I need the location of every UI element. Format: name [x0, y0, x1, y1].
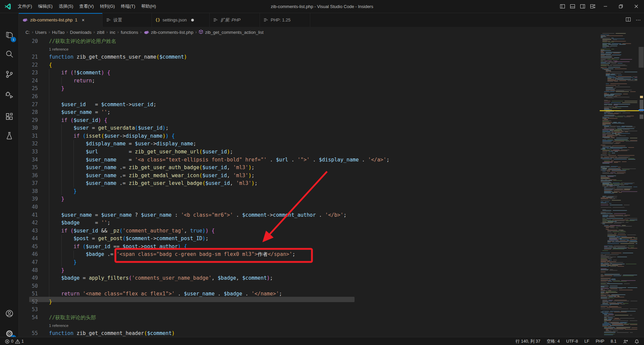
line-number[interactable]: 26 — [19, 93, 38, 101]
code-row[interactable]: 1 reference — [19, 322, 644, 330]
code-row[interactable]: 1 reference — [19, 46, 644, 54]
code-row[interactable]: 26 — [19, 93, 644, 101]
split-editor-icon[interactable] — [626, 17, 631, 23]
code-row[interactable]: 34 $user_name = '<a class="text-ellipsis… — [19, 156, 644, 164]
line-number[interactable]: 35 — [19, 164, 38, 172]
breadcrumb-segment[interactable]: functions — [121, 30, 138, 35]
customize-layout-icon[interactable] — [588, 0, 598, 13]
line-number[interactable]: 49 — [19, 274, 38, 282]
code-row[interactable]: 41 $user_name = $user_name ? $user_name … — [19, 211, 644, 219]
code-row[interactable]: 45 if ($user_id == $post->post_author) { — [19, 243, 644, 251]
line-number[interactable]: 36 — [19, 172, 38, 180]
code-row[interactable]: 47 } — [19, 259, 644, 267]
line-number[interactable]: 55 — [19, 330, 38, 337]
menu-item-1[interactable]: 编辑(E) — [35, 0, 56, 13]
line-number[interactable]: 37 — [19, 180, 38, 188]
code-row[interactable]: 23 if (!$comment) { — [19, 69, 644, 77]
line-number[interactable]: 30 — [19, 124, 38, 132]
code-editor[interactable]: 20//获取主评论的评论用户姓名1 reference21function zi… — [19, 38, 644, 337]
status-indentation[interactable]: 空格: 4 — [547, 339, 560, 344]
breadcrumb-segment[interactable]: Users — [35, 30, 47, 35]
code-row[interactable]: 22{ — [19, 61, 644, 69]
minimize-button[interactable] — [598, 0, 613, 13]
line-number[interactable]: 48 — [19, 267, 38, 275]
activity-run-debug[interactable] — [0, 87, 18, 104]
line-number[interactable]: 39 — [19, 195, 38, 203]
status-language-mode[interactable]: PHP — [596, 339, 604, 344]
breadcrumb-file[interactable]: zib-comments-list.php — [151, 30, 193, 35]
codelens-reference[interactable]: 1 reference — [49, 324, 68, 328]
line-number[interactable]: 22 — [19, 61, 38, 69]
tab-settings.json[interactable]: {}settings.json — [152, 13, 210, 27]
activity-account[interactable] — [0, 305, 18, 322]
code-row[interactable]: 25 } — [19, 85, 644, 93]
tab--PHP[interactable]: 扩展: PHP — [210, 13, 260, 27]
code-row[interactable]: 29 if ($user_id) { — [19, 117, 644, 125]
status-errors[interactable]: 0 — [5, 339, 13, 344]
toggle-panel-icon[interactable] — [568, 0, 578, 13]
code-row[interactable]: 42 $badge = ''; — [19, 219, 644, 227]
code-row[interactable]: 35 $user_name .= zib_get_user_auth_badge… — [19, 164, 644, 172]
breadcrumb-segment[interactable]: inc — [110, 30, 115, 35]
activity-testing[interactable] — [0, 128, 18, 144]
line-number[interactable]: 45 — [19, 243, 38, 251]
line-number[interactable]: 31 — [19, 132, 38, 140]
menu-item-0[interactable]: 文件(F) — [15, 0, 35, 13]
breadcrumb-symbol[interactable]: zib_get_comments_action_list — [205, 30, 263, 35]
code-row[interactable]: 55function zib_get_comment_header($comme… — [19, 330, 644, 337]
menu-item-3[interactable]: 查看(V) — [76, 0, 97, 13]
breadcrumb-segment[interactable]: Downloads — [70, 30, 92, 35]
code-row[interactable]: 36 $user_name .= zib_get_medal_wear_icon… — [19, 172, 644, 180]
line-number[interactable]: 20 — [19, 38, 38, 46]
line-number[interactable]: 44 — [19, 235, 38, 243]
line-number[interactable]: 27 — [19, 101, 38, 109]
line-number[interactable]: 47 — [19, 259, 38, 267]
toggle-secondary-sidebar-icon[interactable] — [578, 0, 588, 13]
code-row[interactable]: 32 $display_name = $user->display_name; — [19, 140, 644, 148]
problems-status[interactable]: 01 — [0, 339, 24, 344]
line-number[interactable]: 54 — [19, 314, 38, 322]
code-row[interactable]: 50 — [19, 282, 644, 290]
code-row[interactable]: 46 $badge .= '<span class="badg c-green … — [19, 251, 644, 259]
line-number[interactable]: 38 — [19, 188, 38, 196]
code-row[interactable]: 48 } — [19, 267, 644, 275]
status-cursor-position[interactable]: 行 140, 列 37 — [516, 339, 540, 344]
codelens-reference[interactable]: 1 reference — [49, 47, 68, 51]
code-row[interactable]: 39 } — [19, 195, 644, 203]
code-row[interactable]: 27 $user_id = $comment->user_id; — [19, 101, 644, 109]
line-number[interactable]: 53 — [19, 306, 38, 314]
activity-search[interactable] — [0, 46, 18, 62]
line-number[interactable]: 24 — [19, 77, 38, 85]
code-row[interactable]: 28 $user_name = ''; — [19, 109, 644, 117]
code-row[interactable]: 53 — [19, 306, 644, 314]
line-number[interactable]: 23 — [19, 69, 38, 77]
code-row[interactable]: 20//获取主评论的评论用户姓名 — [19, 38, 644, 46]
activity-explorer[interactable]: 1 — [0, 27, 18, 44]
code-row[interactable]: 37 $user_name .= zib_get_user_level_badg… — [19, 180, 644, 188]
menu-item-6[interactable]: 帮助(H) — [138, 0, 159, 13]
status-encoding[interactable]: UTF-8 — [566, 339, 578, 344]
toggle-primary-sidebar-icon[interactable] — [557, 0, 568, 13]
status-notifications[interactable] — [634, 339, 639, 344]
menu-item-4[interactable]: 转到(G) — [97, 0, 118, 13]
line-number[interactable]: 50 — [19, 282, 38, 290]
line-number[interactable]: 29 — [19, 117, 38, 125]
restore-button[interactable] — [613, 0, 629, 13]
code-row[interactable]: 31 if (isset($user->display_name)) { — [19, 132, 644, 140]
breadcrumb-segment[interactable]: zibll — [97, 30, 104, 35]
line-number[interactable]: 32 — [19, 140, 38, 148]
status-eol[interactable]: LF — [584, 339, 589, 344]
breadcrumb-segment[interactable]: C: — [25, 30, 30, 35]
tab-zib-comments-list.php[interactable]: zib-comments-list.php1× — [19, 13, 103, 27]
code-row[interactable]: 21function zib_get_comments_user_name($c… — [19, 53, 644, 61]
code-row[interactable]: 54//获取主评论的头部 — [19, 314, 644, 322]
tab-PHP-1.25[interactable]: PHP: 1.25 — [260, 13, 310, 27]
line-number[interactable]: 43 — [19, 227, 38, 235]
code-row[interactable]: 40 — [19, 203, 644, 211]
status-warnings[interactable]: 1 — [15, 339, 24, 344]
line-number[interactable]: 34 — [19, 156, 38, 164]
line-number[interactable]: 28 — [19, 109, 38, 117]
menu-item-5[interactable]: 终端(T) — [118, 0, 138, 13]
line-number[interactable]: 21 — [19, 53, 38, 61]
activity-extensions[interactable] — [0, 109, 18, 125]
